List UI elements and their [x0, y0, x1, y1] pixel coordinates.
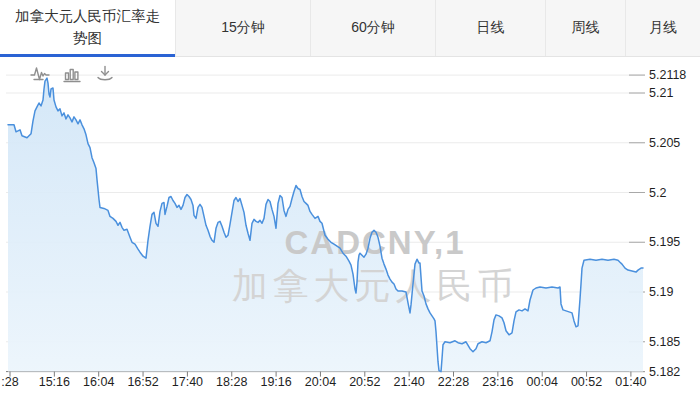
tab-15min[interactable]: 15分钟	[175, 0, 310, 56]
x-axis-label: 16:04	[83, 375, 114, 389]
y-axis-label: 5.2	[649, 186, 666, 200]
y-axis-label: 5.195	[649, 235, 680, 249]
y-axis-label: 5.185	[649, 335, 680, 349]
tab-trend-chart-label: 加拿大元人民币汇率走势图	[12, 6, 163, 50]
y-axis-label: 5.182	[649, 365, 680, 379]
x-axis-label: 20:52	[349, 375, 380, 389]
chart-toolbar	[30, 65, 116, 83]
y-axis-label: 5.2118	[649, 68, 686, 82]
tab-trend-chart[interactable]: 加拿大元人民币汇率走势图	[0, 0, 175, 56]
chart-area: CADCNY,1加拿大元人民币:2815:1616:0416:5217:4018…	[0, 57, 700, 407]
x-axis-label: 00:52	[571, 375, 602, 389]
x-axis-label: 01:40	[615, 375, 646, 389]
x-axis-label: 16:52	[127, 375, 158, 389]
x-axis-label: 17:40	[172, 375, 203, 389]
period-tabbar: 加拿大元人民币汇率走势图 15分钟60分钟日线周线月线	[0, 0, 700, 57]
x-axis-label: 00:04	[527, 375, 558, 389]
line-chart-icon[interactable]	[30, 65, 50, 83]
x-axis-label: 21:40	[394, 375, 425, 389]
x-axis-label: 20:04	[305, 375, 336, 389]
tab-daily[interactable]: 日线	[435, 0, 545, 56]
x-axis-label: 15:16	[39, 375, 70, 389]
price-area-chart[interactable]: CADCNY,1加拿大元人民币:2815:1616:0416:5217:4018…	[0, 57, 700, 407]
y-axis-label: 5.205	[649, 136, 680, 150]
watermark-symbol: CADCNY,1	[284, 224, 465, 261]
forex-chart-page: 加拿大元人民币汇率走势图 15分钟60分钟日线周线月线	[0, 0, 700, 407]
tab-weekly[interactable]: 周线	[545, 0, 625, 56]
tab-monthly[interactable]: 月线	[625, 0, 700, 56]
x-axis-label: 18:28	[216, 375, 247, 389]
download-icon[interactable]	[96, 65, 116, 83]
x-axis-label: 23:16	[482, 375, 513, 389]
watermark-name: 加拿大元人民币	[232, 265, 519, 306]
x-axis-label: :28	[1, 375, 18, 389]
x-axis-label: 19:16	[260, 375, 291, 389]
y-axis-label: 5.19	[649, 285, 673, 299]
bar-chart-icon[interactable]	[63, 65, 83, 83]
y-axis-label: 5.21	[649, 86, 673, 100]
x-axis-label: 22:28	[438, 375, 469, 389]
tab-60min[interactable]: 60分钟	[310, 0, 435, 56]
